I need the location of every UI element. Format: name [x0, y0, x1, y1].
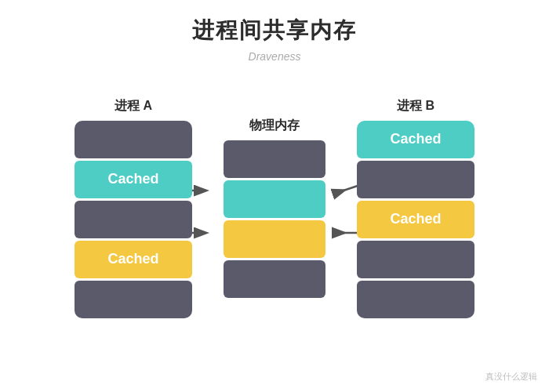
phys-block-yellow — [224, 220, 325, 258]
process-a-block-5 — [75, 281, 192, 318]
diagram: 进程 A Cached Cached 物理内存 — [31, 86, 518, 329]
process-b-block-2 — [357, 161, 474, 198]
process-b-label: 进程 B — [397, 98, 434, 114]
phys-block-4 — [224, 260, 325, 298]
process-a-block-cyan: Cached — [75, 161, 192, 198]
process-a-column: 进程 A Cached Cached — [75, 98, 192, 318]
process-b-block-5 — [357, 281, 474, 318]
physical-memory-label: 物理内存 — [249, 118, 300, 134]
page-subtitle: Draveness — [249, 50, 301, 63]
process-a-block-1 — [75, 121, 192, 158]
page-container: 进程间共享内存 Draveness 进程 A — [0, 0, 549, 392]
phys-block-cyan — [224, 180, 325, 218]
process-a-block-3 — [75, 201, 192, 238]
page-title: 进程间共享内存 — [192, 16, 357, 45]
process-b-column: 进程 B Cached Cached — [357, 98, 474, 318]
physical-memory-column: 物理内存 — [224, 118, 325, 298]
process-a-label: 进程 A — [115, 98, 152, 114]
process-b-block-yellow: Cached — [357, 201, 474, 238]
process-a-block-yellow: Cached — [75, 241, 192, 278]
process-b-block-cyan: Cached — [357, 121, 474, 158]
process-a-stack: Cached Cached — [75, 121, 192, 318]
process-b-block-4 — [357, 241, 474, 278]
phys-block-1 — [224, 140, 325, 178]
process-b-stack: Cached Cached — [357, 121, 474, 318]
watermark: 真没什么逻辑 — [485, 371, 537, 383]
physical-memory-stack — [224, 140, 325, 298]
